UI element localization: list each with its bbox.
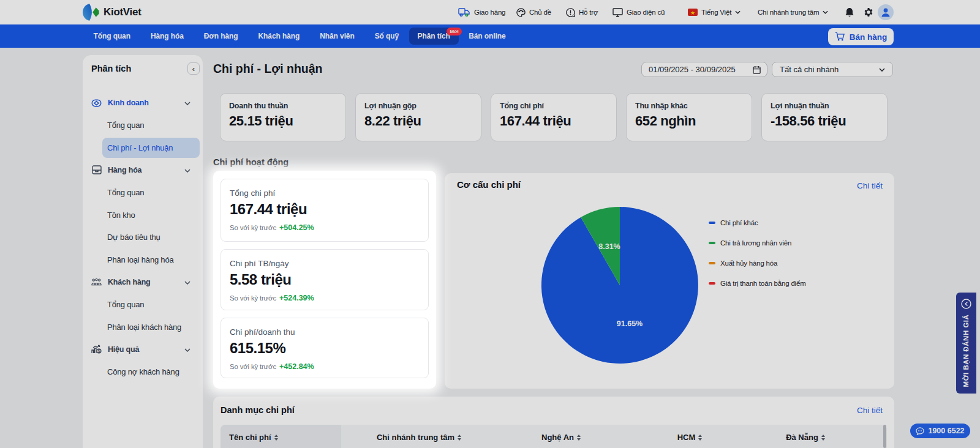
svg-text:$: $ [98,349,100,354]
svg-text:91.65%: 91.65% [617,319,643,328]
svg-text:8.31%: 8.31% [598,242,620,251]
svg-text:★: ★ [690,10,695,16]
